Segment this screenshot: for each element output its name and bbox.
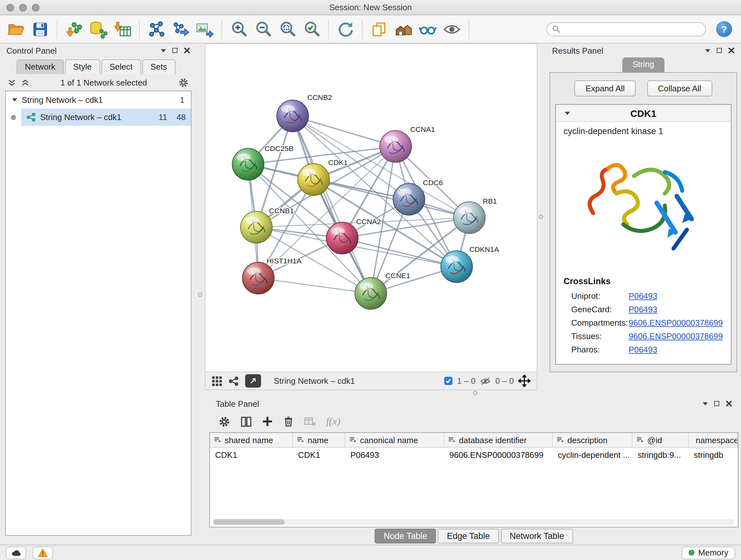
grid-view-icon[interactable] xyxy=(212,376,222,386)
table-splitter[interactable] xyxy=(205,390,741,396)
network-edge-CCNB2-CCNE1[interactable] xyxy=(293,116,371,294)
cloud-status-button[interactable] xyxy=(6,546,26,559)
add-column-icon[interactable] xyxy=(262,416,273,427)
horizontal-scrollbar[interactable] xyxy=(213,519,735,525)
zoom-in-button[interactable] xyxy=(228,18,250,40)
column-header-namespace[interactable]: namespace xyxy=(689,433,738,447)
network-edge-CDK1-RB1[interactable] xyxy=(314,179,469,218)
section-collapse-icon[interactable] xyxy=(565,111,570,115)
column-header-canonical-name[interactable]: canonical name xyxy=(345,433,444,447)
minimize-window-button[interactable] xyxy=(19,3,27,11)
gear-icon[interactable] xyxy=(178,77,189,88)
homes-button[interactable] xyxy=(393,18,414,40)
network-overview-icon[interactable] xyxy=(228,376,239,386)
export-network-button[interactable] xyxy=(170,18,192,40)
zoom-selected-button[interactable] xyxy=(300,18,322,40)
help-button[interactable]: ? xyxy=(716,21,732,37)
network-node-CCNA2[interactable] xyxy=(327,222,358,254)
expand-all-button[interactable]: Expand All xyxy=(575,80,636,97)
save-session-button[interactable] xyxy=(29,18,51,40)
network-node-CCNA1[interactable] xyxy=(380,131,412,163)
tab-network[interactable]: Network xyxy=(17,59,64,74)
left-splitter[interactable] xyxy=(197,44,205,545)
gene-section-header[interactable]: CDK1 xyxy=(556,105,731,122)
tissues-link[interactable]: 9606.ENSP00000378699 xyxy=(629,329,723,343)
delete-column-trash-icon[interactable] xyxy=(283,416,294,427)
panel-menu-icon[interactable] xyxy=(161,49,166,52)
close-window-button[interactable] xyxy=(6,3,14,11)
panel-float-icon[interactable] xyxy=(714,401,719,406)
network-node-CCNB1[interactable] xyxy=(241,211,273,243)
cell-database-identifier[interactable]: 9606.ENSP00000378699 xyxy=(444,450,553,460)
open-session-button[interactable] xyxy=(5,18,27,40)
table-row[interactable]: CDK1 CDK1 P06493 9606.ENSP00000378699 cy… xyxy=(210,448,738,462)
network-node-CCNE1[interactable] xyxy=(355,277,387,309)
network-edge-HIST1H1A-CCNE1[interactable] xyxy=(258,278,371,294)
collapse-all-icon[interactable] xyxy=(8,78,16,86)
column-header-id[interactable]: @id xyxy=(632,433,689,447)
network-canvas[interactable]: CCNB2CCNA1CDC25BCDK1CDC6RB1CCNB1CCNA2CDK… xyxy=(205,44,537,372)
zoom-fit-button[interactable] xyxy=(276,18,298,40)
zoom-out-button[interactable] xyxy=(252,18,274,40)
tab-node-table[interactable]: Node Table xyxy=(375,529,436,543)
genecard-link[interactable]: P06493 xyxy=(629,303,657,316)
collection-expand-icon[interactable] xyxy=(12,98,17,102)
show-columns-icon[interactable] xyxy=(240,415,252,428)
cell-description[interactable]: cyclin-dependent ... xyxy=(553,450,632,460)
network-node-CDKN1A[interactable] xyxy=(441,251,473,283)
network-row[interactable]: String Network – cdk1 11 48 xyxy=(6,109,191,126)
search-box[interactable] xyxy=(546,22,706,36)
pan-crosshair-icon[interactable] xyxy=(518,375,530,387)
panel-menu-icon[interactable] xyxy=(703,402,708,405)
cell-id[interactable]: stringdb:9... xyxy=(632,450,689,460)
network-node-RB1[interactable] xyxy=(454,202,485,234)
right-splitter[interactable] xyxy=(537,44,546,390)
panel-float-icon[interactable] xyxy=(172,48,178,53)
expand-all-icon[interactable] xyxy=(21,78,29,86)
search-input[interactable] xyxy=(564,23,700,35)
cell-shared-name[interactable]: CDK1 xyxy=(210,450,293,460)
scrollbar-thumb[interactable] xyxy=(213,519,285,525)
cell-canonical-name[interactable]: P06493 xyxy=(345,450,444,460)
import-network-from-database-button[interactable] xyxy=(87,18,109,40)
compartments-link[interactable]: 9606.ENSP00000378699 xyxy=(629,316,723,329)
network-node-CDK1[interactable] xyxy=(298,164,330,196)
new-network-button[interactable] xyxy=(145,18,167,40)
panel-close-icon[interactable] xyxy=(728,47,735,54)
column-header-database-identifier[interactable]: database identifier xyxy=(444,433,553,447)
function-builder-button[interactable]: f(x) xyxy=(326,416,340,427)
cell-name[interactable]: CDK1 xyxy=(293,450,345,460)
warnings-button[interactable] xyxy=(32,546,53,559)
show-hide-button[interactable] xyxy=(441,18,463,40)
import-network-from-file-button[interactable] xyxy=(63,18,85,40)
column-header-shared-name[interactable]: shared name xyxy=(210,433,293,447)
zoom-window-button[interactable] xyxy=(32,3,40,11)
apply-layout-button[interactable] xyxy=(334,18,356,40)
copy-document-button[interactable] xyxy=(368,18,390,40)
network-node-CCNB2[interactable] xyxy=(277,100,309,132)
network-node-CDC6[interactable] xyxy=(393,183,425,215)
tab-style[interactable]: Style xyxy=(65,59,100,74)
tab-sets[interactable]: Sets xyxy=(142,59,175,74)
table-settings-gear-icon[interactable] xyxy=(218,415,230,428)
clear-table-icon[interactable] xyxy=(304,415,317,428)
open-in-new-window-button[interactable] xyxy=(245,374,261,388)
tab-edge-table[interactable]: Edge Table xyxy=(438,529,499,543)
collapse-all-button[interactable]: Collapse All xyxy=(647,80,712,97)
panel-close-icon[interactable] xyxy=(726,400,732,407)
panel-float-icon[interactable] xyxy=(717,48,722,53)
network-collection-row[interactable]: String Network – cdk1 1 xyxy=(6,91,191,109)
pharos-link[interactable]: P06493 xyxy=(629,343,657,356)
network-row-selected[interactable]: String Network – cdk1 11 48 xyxy=(21,109,191,126)
hidden-eye-icon[interactable] xyxy=(480,376,491,385)
tab-select[interactable]: Select xyxy=(101,59,141,74)
selected-checkbox-icon[interactable] xyxy=(444,377,453,385)
export-image-button[interactable] xyxy=(194,18,216,40)
network-node-CDC25B[interactable] xyxy=(232,148,264,180)
tab-network-table[interactable]: Network Table xyxy=(501,529,573,543)
uniprot-link[interactable]: P06493 xyxy=(629,289,657,303)
column-header-description[interactable]: description xyxy=(553,433,632,447)
panel-menu-icon[interactable] xyxy=(705,49,711,52)
import-table-from-file-button[interactable] xyxy=(112,18,133,40)
panel-close-icon[interactable] xyxy=(184,47,190,54)
